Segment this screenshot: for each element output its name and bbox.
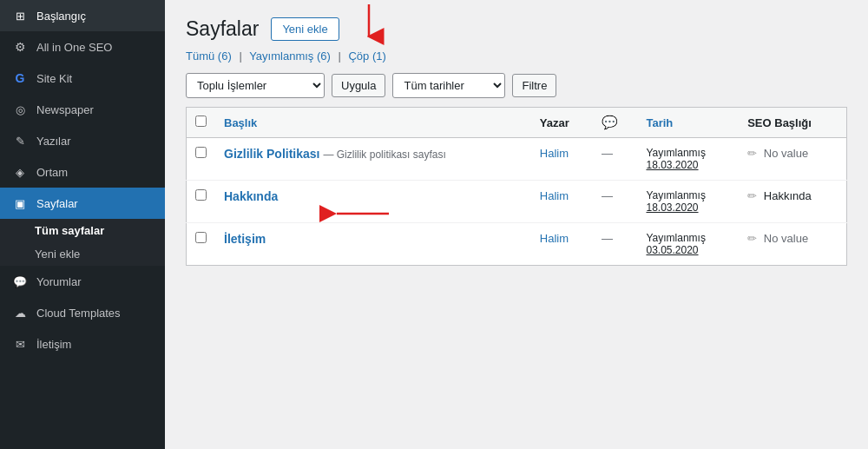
select-all-checkbox[interactable] <box>195 116 207 127</box>
comment-col-icon: 💬 <box>602 115 618 129</box>
seo-value: No value <box>764 147 808 160</box>
separator-2: | <box>338 50 340 63</box>
sidebar-item-newspaper[interactable]: ◎ Newspaper <box>0 94 165 125</box>
sidebar-item-yorumlar[interactable]: 💬 Yorumlar <box>0 266 165 297</box>
date-filter-select[interactable]: Tüm tarihler <box>392 73 505 98</box>
filter-all-link[interactable]: Tümü (6) <box>186 50 234 63</box>
title-sort-link[interactable]: Başlık <box>224 116 257 129</box>
row-seo-cell: ✏ No value <box>739 138 846 181</box>
column-header-title: Başlık <box>215 108 531 138</box>
posts-icon: ✎ <box>12 133 28 149</box>
sidebar-item-sayfalar[interactable]: ▣ Sayfalar <box>0 188 165 219</box>
table-row: İletişim Halim — Yayımlanmış 03.05.2020 … <box>187 223 847 266</box>
date-value: 18.03.2020 <box>646 159 730 171</box>
page-header: Sayfalar Yeni ekle <box>186 17 847 41</box>
sidebar-submenu-item-yeni-ekle[interactable]: Yeni ekle <box>0 242 165 266</box>
table-header: Başlık Yazar 💬 Tarih SEO Başlığı <box>187 108 847 138</box>
cloud-icon: ☁ <box>12 305 28 320</box>
seo-value: No value <box>764 232 808 245</box>
page-title: Sayfalar <box>186 17 259 41</box>
sidebar-submenu-sayfalar: Tüm sayfalar Yeni ekle <box>0 219 165 266</box>
row-author-cell: Halim <box>531 223 593 266</box>
sidebar: ⊞ Başlangıç ⚙ All in One SEO G Site Kit … <box>0 0 165 449</box>
row-title-cell: İletişim <box>215 223 531 266</box>
seo-icon: ⚙ <box>12 39 28 55</box>
seo-edit-icon: ✏ <box>747 147 757 160</box>
sidebar-submenu-item-tum-sayfalar[interactable]: Tüm sayfalar <box>0 219 165 242</box>
pages-table: Başlık Yazar 💬 Tarih SEO Başlığı <box>186 107 847 266</box>
row-title: Gizlilik Politikası — Gizlilik politikas… <box>224 147 523 161</box>
seo-value: Hakkında <box>764 189 812 202</box>
row-checkbox[interactable] <box>195 232 207 243</box>
column-header-author: Yazar <box>531 108 593 138</box>
row-title: İletişim <box>224 232 523 246</box>
home-icon: ⊞ <box>12 8 28 23</box>
row-seo-cell: ✏ No value <box>739 223 846 266</box>
date-value: 18.03.2020 <box>646 201 730 214</box>
sidebar-item-baslangic[interactable]: ⊞ Başlangıç <box>0 0 165 31</box>
row-checkbox[interactable] <box>195 189 207 201</box>
row-title-cell: Gizlilik Politikası — Gizlilik politikas… <box>215 138 531 181</box>
page-title-link[interactable]: Hakkında <box>224 189 278 203</box>
filter-published-link[interactable]: Yayımlanmış (6) <box>249 50 333 63</box>
page-title-link[interactable]: Gizlilik Politikası <box>224 147 323 161</box>
filter-trash-link[interactable]: Çöp (1) <box>348 50 385 63</box>
newspaper-icon: ◎ <box>12 102 28 117</box>
table-body: Gizlilik Politikası — Gizlilik politikas… <box>187 138 847 266</box>
sidebar-item-yazilar[interactable]: ✎ Yazılar <box>0 125 165 156</box>
row-title: Hakkında <box>224 189 523 203</box>
column-header-seo: SEO Başlığı <box>739 108 846 138</box>
row-date-cell: Yayımlanmış 18.03.2020 <box>637 138 739 181</box>
media-icon: ◈ <box>12 164 28 180</box>
filter-button[interactable]: Filtre <box>512 74 556 97</box>
separator-1: | <box>239 50 241 63</box>
comments-dash: — <box>602 147 613 160</box>
row-checkbox[interactable] <box>195 147 207 158</box>
row-seo-cell: ✏ Hakkında <box>739 181 846 223</box>
sidebar-item-cloud-templates[interactable]: ☁ Cloud Templates <box>0 297 165 328</box>
row-checkbox-cell <box>187 223 216 266</box>
date-sort-link[interactable]: Tarih <box>646 116 673 129</box>
author-link[interactable]: Halim <box>540 189 569 202</box>
row-comments-cell: — <box>593 223 637 266</box>
seo-edit-icon: ✏ <box>747 232 757 245</box>
main-content: Sayfalar Yeni ekle Tümü (6) | Yayımlanmı… <box>165 0 868 449</box>
date-status: Yayımlanmış <box>646 232 730 244</box>
site-kit-icon: G <box>12 70 28 86</box>
sidebar-item-all-in-one-seo[interactable]: ⚙ All in One SEO <box>0 31 165 63</box>
row-comments-cell: — <box>593 138 637 181</box>
row-author-cell: Halim <box>531 181 593 223</box>
row-date-cell: Yayımlanmış 03.05.2020 <box>637 223 739 266</box>
apply-button[interactable]: Uygula <box>332 74 385 97</box>
bulk-actions-select[interactable]: Toplu İşlemler <box>186 73 325 98</box>
sidebar-item-site-kit[interactable]: G Site Kit <box>0 63 165 94</box>
select-all-header <box>187 108 216 138</box>
sidebar-item-iletisim[interactable]: ✉ İletişim <box>0 328 165 360</box>
filter-links: Tümü (6) | Yayımlanmış (6) | Çöp (1) <box>186 50 847 63</box>
row-description: — Gizlilik politikası sayfası <box>323 149 445 161</box>
page-title-link[interactable]: İletişim <box>224 232 266 246</box>
row-date-cell: Yayımlanmış 18.03.2020 <box>637 181 739 223</box>
author-link[interactable]: Halim <box>540 147 569 160</box>
row-checkbox-cell <box>187 181 216 223</box>
date-value: 03.05.2020 <box>646 244 730 256</box>
author-link[interactable]: Halim <box>540 232 569 245</box>
comments-dash: — <box>602 232 613 245</box>
seo-edit-icon: ✏ <box>747 189 757 202</box>
table-row: Gizlilik Politikası — Gizlilik politikas… <box>187 138 847 181</box>
column-header-comments: 💬 <box>593 108 637 138</box>
date-status: Yayımlanmış <box>646 147 730 159</box>
row-checkbox-cell <box>187 138 216 181</box>
row-comments-cell: — <box>593 181 637 223</box>
column-header-date: Tarih <box>637 108 739 138</box>
toolbar: Toplu İşlemler Uygula Tüm tarihler Filtr… <box>186 73 847 98</box>
row-author-cell: Halim <box>531 138 593 181</box>
comments-dash: — <box>602 189 613 202</box>
pages-icon: ▣ <box>12 195 28 211</box>
sidebar-item-ortam[interactable]: ◈ Ortam <box>0 156 165 188</box>
comments-icon: 💬 <box>12 274 28 289</box>
date-status: Yayımlanmış <box>646 189 730 201</box>
row-title-cell: Hakkında <box>215 181 531 223</box>
new-page-button[interactable]: Yeni ekle <box>271 17 339 41</box>
table-row: Hakkında Halim — Yayımlanmış 18.03.2020 … <box>187 181 847 223</box>
